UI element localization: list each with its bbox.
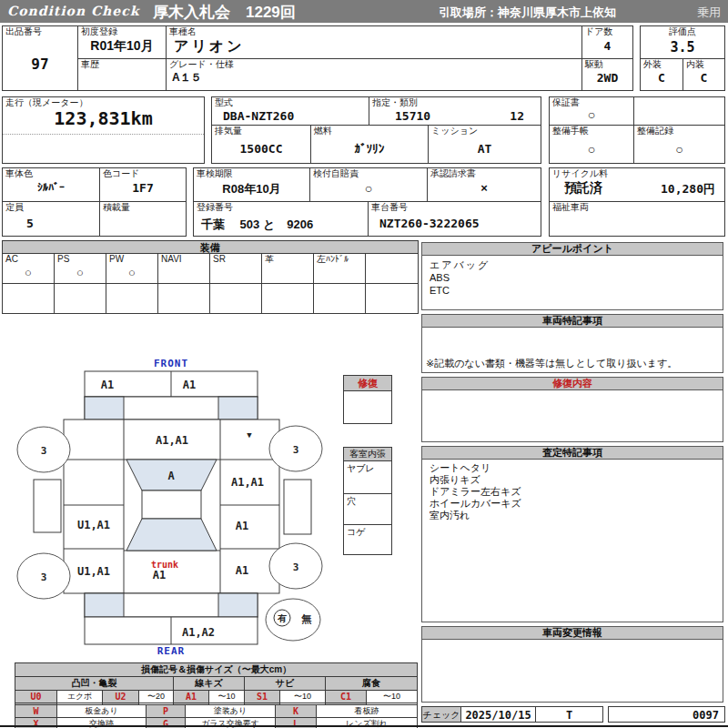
appeal-points-list: エアバッグ ABS ETC bbox=[422, 256, 723, 299]
legend-desc: 〜10 bbox=[367, 691, 418, 703]
lot-number-cell: 出品番号 97 bbox=[2, 25, 78, 91]
class-value-1: 15710 bbox=[395, 109, 430, 123]
front-label: FRONT bbox=[154, 358, 188, 369]
right-mirror-zone bbox=[284, 480, 311, 534]
equipment-empty-cell bbox=[157, 283, 210, 314]
check-inspector-value: T bbox=[536, 709, 602, 722]
assessment-notes-title: 査定特記事項 bbox=[422, 447, 723, 460]
legend-code: K bbox=[276, 705, 317, 718]
transmission-label: ミッション bbox=[431, 126, 478, 136]
class-cell: 指定・類別 15710 12 bbox=[369, 96, 541, 126]
left-fender-zone bbox=[85, 397, 124, 420]
history-cell: 車歴 bbox=[77, 58, 167, 91]
doors-label: ドア数 bbox=[585, 27, 612, 37]
mileage-label: 走行（現メーター） bbox=[5, 98, 87, 108]
equipment-empty-cell bbox=[106, 283, 158, 314]
inspection-expiry-value: R08年10月 bbox=[194, 181, 309, 197]
equipment-label: AC bbox=[5, 255, 18, 265]
mileage-value: 123,831km bbox=[3, 107, 204, 129]
insurance-label: 検付自賠責 bbox=[313, 169, 359, 179]
right-front-door-damage: A1,A1 bbox=[231, 476, 264, 489]
legend-desc: 〜20 bbox=[139, 691, 174, 703]
doors-value: 4 bbox=[582, 39, 632, 53]
inspection-expiry-label: 車検期限 bbox=[197, 169, 233, 179]
wheel-rear-right-mark: 3 bbox=[293, 561, 299, 573]
vehicle-class: 乗用 bbox=[697, 5, 721, 21]
body-color-cell: 車体色 ｼﾙﾊﾞｰ bbox=[2, 167, 100, 202]
model-name-value: アリオン bbox=[174, 37, 245, 56]
registration-number-label: 登録番号 bbox=[197, 203, 233, 213]
repair-detail-panel: 修復内容 bbox=[421, 377, 723, 442]
legend-code: U0 bbox=[15, 691, 57, 703]
check-date-cell: 2025/10/15 bbox=[460, 706, 536, 723]
rear-bumper-right-damage: A1,A2 bbox=[182, 626, 215, 639]
assessment-item: シートヘタリ bbox=[430, 462, 715, 474]
score-cell: 評価点 3.5 bbox=[640, 25, 725, 59]
welfare-vehicle-label: 福祉車両 bbox=[552, 203, 589, 213]
class-value-2: 12 bbox=[510, 109, 524, 123]
auction-condition-sheet: Condition Check 厚木入札会 1229回 引取場所：神奈川県厚木市… bbox=[0, 0, 728, 728]
history-label: 車歴 bbox=[81, 60, 99, 70]
registration-number-value: 千葉 503 と 9206 bbox=[201, 217, 313, 233]
lot-number-value: 97 bbox=[3, 56, 77, 73]
color-code-label: 色コード bbox=[103, 169, 139, 179]
equipment-empty-cell bbox=[261, 283, 314, 314]
header-bar: Condition Check 厚木入札会 1229回 引取場所：神奈川県厚木市… bbox=[0, 0, 728, 23]
vehicle-notes-disclaimer: ※記載のない書類・機器等は無しとして取り扱います。 bbox=[426, 357, 677, 370]
warranty-label: 保証書 bbox=[552, 98, 580, 108]
equipment-col-sr: SR bbox=[209, 253, 262, 284]
check-label-cell: チェック bbox=[421, 706, 461, 723]
equipment-col-ac: AC ○ bbox=[2, 253, 55, 284]
equipment-empty-cell bbox=[313, 283, 366, 314]
legend-group-rust: サビ bbox=[245, 677, 326, 691]
wheel-front-right-mark: 3 bbox=[293, 444, 299, 456]
assessment-item: ホイールカバーキズ bbox=[430, 498, 715, 510]
exterior-grade-value: C bbox=[641, 71, 682, 85]
capacity-label: 定員 bbox=[5, 203, 24, 213]
presence-no: 無 bbox=[301, 613, 312, 625]
exterior-grade-cell: 外装 C bbox=[640, 58, 683, 91]
maintenance-record-cell: 整備記録 ○ bbox=[633, 125, 725, 164]
welfare-vehicle-cell: 福祉車両 bbox=[549, 201, 725, 237]
right-quarter-damage: A1 bbox=[236, 564, 248, 577]
windshield-damage: A bbox=[167, 470, 175, 482]
appeal-points-title: アピールポイント bbox=[422, 243, 723, 256]
brand-logo: Condition Check bbox=[7, 4, 139, 18]
maintenance-book-cell: 整備手帳 ○ bbox=[549, 125, 634, 164]
equipment-label: PS bbox=[57, 255, 69, 265]
assessment-notes-panel: 査定特記事項 シートヘタリ 内張りキズ ドアミラー左右キズ ホイールカバーキズ … bbox=[421, 446, 723, 622]
equipment-mark: ○ bbox=[106, 266, 157, 279]
body-color-value: ｼﾙﾊﾞｰ bbox=[3, 181, 99, 194]
vehicle-notes-title: 車両特記事項 bbox=[422, 315, 723, 328]
transmission-cell: ミッション AT bbox=[428, 125, 541, 164]
model-code-label: 型式 bbox=[215, 98, 233, 108]
equipment-label: SR bbox=[213, 255, 226, 265]
legend-desc: 〜10 bbox=[209, 691, 245, 703]
score-value: 3.5 bbox=[641, 39, 724, 56]
chassis-number-label: 車台番号 bbox=[371, 203, 408, 213]
recycle-fee-value: 10,280円 bbox=[661, 181, 715, 197]
equipment-col-navi: NAVI bbox=[157, 253, 210, 284]
body-color-label: 車体色 bbox=[5, 169, 33, 179]
legend-desc: エクボ bbox=[57, 691, 103, 703]
rear-label: REAR bbox=[157, 645, 186, 657]
interior-grade-label: 内装 bbox=[686, 60, 704, 70]
assessment-item: 内張りキズ bbox=[430, 474, 715, 486]
right-rear-door-damage: A1 bbox=[236, 520, 248, 532]
legend-code: C1 bbox=[326, 691, 367, 703]
wheel-front-left-mark: 3 bbox=[41, 445, 47, 457]
equipment-label: 革 bbox=[265, 255, 274, 265]
equipment-col-lhd: 左ﾊﾝﾄﾞﾙ bbox=[313, 253, 366, 284]
interior-grade-value: C bbox=[683, 71, 724, 85]
vehicle-notes-panel: 車両特記事項 ※記載のない書類・機器等は無しとして取り扱います。 bbox=[421, 314, 723, 373]
presence-yes: 有 bbox=[277, 613, 287, 623]
equipment-col-ps: PS ○ bbox=[54, 253, 106, 284]
first-registration-label: 初度登録 bbox=[81, 27, 117, 37]
wheel-rear-left-mark: 3 bbox=[41, 571, 47, 583]
maintenance-book-label: 整備手帳 bbox=[552, 126, 589, 136]
repair-detail-title: 修復内容 bbox=[422, 378, 723, 390]
equipment-label: PW bbox=[109, 255, 124, 265]
trunk-damage: A1 bbox=[153, 569, 166, 581]
score-label: 評価点 bbox=[641, 27, 724, 37]
auction-title: 厚木入札会 1229回 bbox=[153, 2, 296, 23]
